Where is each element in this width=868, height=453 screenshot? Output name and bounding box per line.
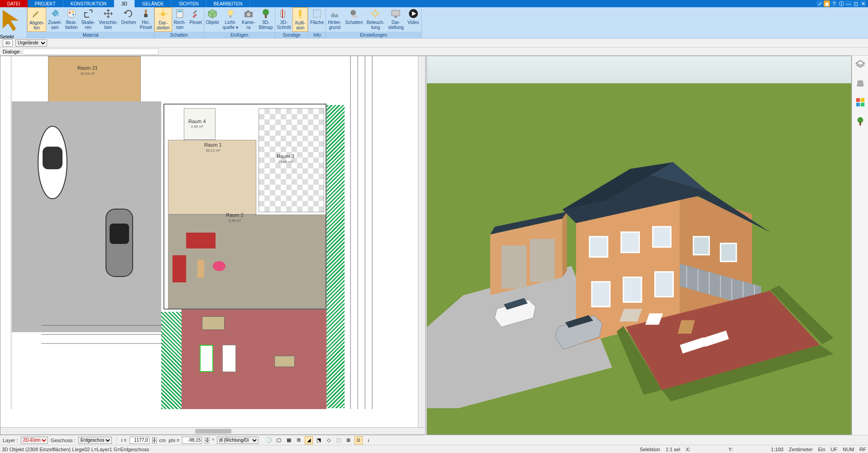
svg-point-29	[373, 11, 378, 16]
dialog-input[interactable]	[23, 48, 158, 55]
l-input[interactable]	[129, 437, 149, 444]
svg-rect-92	[860, 103, 864, 106]
info-icon[interactable]: ⓘ	[838, 0, 844, 7]
tab-datei[interactable]: DATEI	[0, 0, 28, 7]
bottom-toolbar: Layer : 2D-Elemen Geschoss : Erdgeschos …	[0, 435, 868, 445]
ribbon-cube-button[interactable]: Objekt	[204, 7, 221, 32]
layer-label: Layer :	[3, 438, 18, 443]
geschoss-select[interactable]: Erdgeschos	[78, 437, 112, 444]
move-icon	[103, 8, 114, 19]
viewport-3d[interactable]	[427, 56, 852, 435]
ribbon-cut-button[interactable]: 3D- Schnitt	[275, 7, 293, 32]
svg-rect-63	[592, 282, 610, 307]
snap-perp-icon[interactable]: ◇	[325, 436, 333, 444]
select-button[interactable]: Selekt	[0, 7, 27, 39]
ribbon-camera-button[interactable]: Kame- ra	[240, 7, 257, 32]
tab-sichten[interactable]: SICHTEN	[172, 0, 206, 7]
ribbon-item-label: Hinter- grund	[328, 20, 341, 30]
maximize-icon[interactable]: ◻	[853, 0, 859, 7]
viewport-2d[interactable]: Raum 2132,83 m² Raum 42,89 m² Raum 120,1…	[0, 56, 426, 435]
tab-3d[interactable]: 3D	[114, 0, 135, 7]
terrain-select[interactable]: Urgelände	[15, 39, 47, 47]
scrollbar-h-2d[interactable]	[0, 427, 425, 434]
ribbon-collision-button[interactable]: Kolli- sion	[293, 7, 308, 32]
status-unit: Zentimeter	[789, 447, 813, 452]
ribbon-move-button[interactable]: Verschie- ben	[97, 7, 120, 32]
window-icon[interactable]: ▣	[824, 0, 830, 7]
group-icon[interactable]: ▦	[285, 436, 293, 444]
monitor-icon[interactable]: 🖵	[275, 436, 283, 444]
direction-select[interactable]: dl (Richtung/Di	[217, 437, 259, 444]
phi-spinner[interactable]: ▲▼	[205, 437, 209, 443]
car-2-icon	[102, 205, 136, 280]
layers-icon[interactable]	[855, 59, 865, 69]
room-2-label: Raum 26,45 m²	[226, 212, 244, 223]
tree-icon[interactable]	[855, 116, 865, 126]
grid-icon[interactable]: ⊞	[345, 436, 353, 444]
snap-tangent-icon[interactable]: ⬚	[335, 436, 343, 444]
svg-rect-66	[693, 237, 709, 255]
ribbon-video-button[interactable]: Video	[406, 7, 421, 32]
svg-rect-62	[652, 227, 671, 247]
bench-icon	[202, 316, 225, 330]
phi-label: phi =	[168, 438, 179, 443]
ribbon-item-label: Video	[408, 20, 419, 25]
sub-toolbar: 3D Urgelände	[0, 38, 868, 48]
tab-projekt[interactable]: PROJEKT	[28, 0, 63, 7]
close-icon[interactable]: ✕	[860, 0, 866, 7]
help-icon[interactable]: ?	[831, 0, 837, 7]
svg-point-5	[72, 14, 74, 15]
ribbon-light-button[interactable]: Beleuch- tung	[365, 7, 386, 32]
scrollbar-v-2d[interactable]	[418, 56, 425, 434]
divider	[116, 437, 117, 444]
phi-input[interactable]	[182, 437, 202, 444]
room-4-label: Raum 42,89 m²	[188, 119, 206, 129]
svg-rect-17	[230, 15, 231, 18]
ribbon-tree-button[interactable]: 3D- Bitmap	[257, 7, 275, 32]
ribbon-rotate-button[interactable]: Drehen	[120, 7, 138, 32]
ribbon-item-label: 3D- Schnitt	[277, 20, 291, 30]
ribbon-item-label: Drehen	[121, 20, 136, 25]
ribbon-brush-button[interactable]: Hin. Pinsel	[138, 7, 154, 32]
clock-icon[interactable]: 🕓	[265, 436, 273, 444]
ribbon-scale-button[interactable]: Skalie- ren	[80, 7, 97, 32]
furniture-icon[interactable]	[855, 78, 865, 88]
group-einstellungen-label: Einstellungen	[326, 32, 421, 38]
svg-point-8	[161, 12, 165, 16]
svg-rect-35	[394, 16, 397, 18]
tab-konstruktion[interactable]: KONSTRUKTION	[63, 0, 114, 7]
svg-rect-89	[856, 98, 859, 102]
swatch-icon[interactable]	[855, 97, 865, 107]
l-spinner[interactable]: ▲▼	[152, 437, 157, 443]
ribbon-shadow-button[interactable]: Schatten	[343, 7, 364, 32]
ribbon-brush2-button[interactable]: Pinsel	[187, 7, 203, 32]
status-object: 3D Objekt (2308 Einzelflächen) Liege02 L…	[2, 447, 149, 452]
ribbon-bulb-button[interactable]: Licht- quelle ▾	[221, 7, 240, 32]
brush-icon	[140, 8, 151, 19]
layers-toggle-icon[interactable]: ⧉	[295, 436, 303, 444]
ribbon-eyedropper-button[interactable]: Abgrei- fen	[27, 7, 46, 32]
snap-endpoint-icon[interactable]: ◢	[305, 436, 313, 444]
ribbon-item-label: Skalie- ren	[82, 20, 96, 30]
ribbon-display-button[interactable]: Dar- stellung	[386, 7, 405, 32]
ribbon-item-label: Kolli- sion	[295, 20, 305, 30]
ribbon-item-label: Kame- ra	[242, 20, 255, 30]
snap-mid-icon[interactable]: ⬔	[315, 436, 323, 444]
ribbon-item-label: Dar- stellen	[157, 20, 170, 30]
ribbon-sun-button[interactable]: Dar- stellen	[154, 7, 172, 32]
tab-gelaende[interactable]: GELÄNDE	[135, 0, 172, 7]
view-mode-button[interactable]: 3D	[3, 39, 13, 47]
svg-rect-64	[623, 277, 641, 302]
tab-bearbeiten[interactable]: BEARBEITEN	[206, 0, 250, 7]
plants-right-icon	[326, 105, 345, 408]
ribbon-area-button[interactable]: Fläche	[308, 7, 326, 32]
ribbon-palette-button[interactable]: Bear- beiten	[63, 7, 79, 32]
ribbon-calc-button[interactable]: Rech- nen	[172, 7, 188, 32]
ribbon-bucket-button[interactable]: Zuwei- sen	[46, 7, 63, 32]
resize-icon[interactable]: ⤢	[816, 0, 823, 7]
info-toggle-icon[interactable]: i	[364, 436, 373, 444]
minimize-icon[interactable]: —	[845, 0, 852, 7]
ortho-icon[interactable]: ⊙	[355, 436, 363, 444]
layer-select[interactable]: 2D-Elemen	[21, 437, 48, 444]
ribbon-bg-button[interactable]: Hinter- grund	[326, 7, 343, 32]
